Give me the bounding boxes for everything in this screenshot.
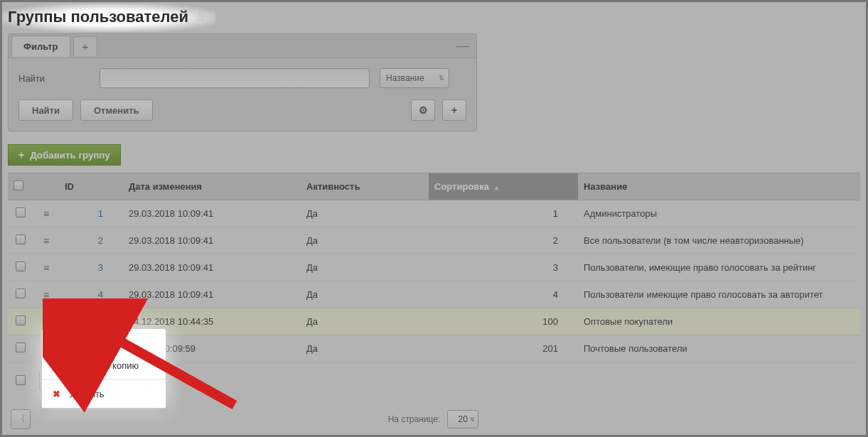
page-title: Группы пользователей (8, 8, 188, 26)
row-sort: 4 (429, 281, 578, 308)
row-id[interactable]: 6 (98, 316, 103, 327)
row-active: Да (301, 254, 429, 281)
row-menu-icon[interactable]: ≡ (43, 316, 49, 328)
row-name: Пользователи имеющие право голосовать за… (578, 281, 860, 308)
delete-icon: ✖ (50, 389, 62, 399)
row-checkbox[interactable] (16, 342, 26, 352)
table-row[interactable]: ≡429.03.2018 10:09:41Да4Пользователи име… (8, 281, 860, 308)
row-active: Да (301, 308, 429, 335)
filter-find-label: Найти (18, 73, 90, 84)
row-date: 29.03.2018 10:09:41 (123, 200, 301, 227)
filter-collapse-icon[interactable]: — (456, 38, 469, 53)
row-id[interactable]: 4 (98, 289, 103, 300)
row-menu-icon[interactable]: ≡ (43, 262, 49, 274)
filter-settings-button[interactable]: ⚙ (411, 99, 435, 121)
table-row[interactable]: ≡229.03.2018 10:09:41Да2Все пользователи… (8, 227, 860, 254)
sort-asc-icon: ▲ (493, 184, 500, 191)
select-all-checkbox[interactable] (14, 180, 23, 190)
favorite-star-icon[interactable]: ☆ (194, 9, 205, 25)
col-header-id[interactable]: ID (59, 173, 123, 200)
row-context-menu: ✎ Изменить ⧉ Добавить копию ✖ Удалить (41, 328, 166, 409)
row-sort: 3 (429, 254, 578, 281)
row-active: Да (301, 227, 429, 254)
ctx-delete-item[interactable]: ✖ Удалить (42, 383, 166, 405)
row-name: Администраторы (578, 200, 860, 227)
row-active: Да (301, 200, 429, 227)
plus-icon: + (18, 149, 24, 161)
row-menu-icon[interactable]: ≡ (43, 289, 49, 301)
row-name: Все пользователи (в том числе неавторизо… (578, 227, 860, 254)
ctx-delete-label: Удалить (69, 389, 105, 399)
row-sort: 1 (429, 200, 578, 227)
filter-panel: Фильтр + — Найти Название Найти Отменить… (8, 33, 477, 131)
row-sort: 2 (429, 227, 578, 254)
select-all-footer-checkbox[interactable] (16, 375, 26, 385)
filter-add-tab-button[interactable]: + (73, 36, 98, 56)
gear-icon: ⚙ (419, 104, 428, 116)
row-active: Да (301, 335, 429, 362)
row-menu-icon[interactable]: ≡ (43, 235, 49, 247)
pager-prev-button[interactable]: 〈 (11, 409, 31, 429)
row-checkbox[interactable] (16, 261, 26, 271)
row-date: 29.03.2018 10:09:41 (123, 227, 301, 254)
row-checkbox[interactable] (16, 288, 26, 298)
filter-submit-button[interactable]: Найти (18, 99, 73, 121)
ctx-edit-label: Изменить (69, 338, 111, 348)
row-sort: 201 (429, 335, 578, 362)
edit-icon: ✎ (50, 338, 62, 348)
row-sort: 100 (429, 308, 578, 335)
col-header-sort[interactable]: Сортировка▲ (429, 173, 578, 200)
row-id[interactable]: 3 (98, 262, 103, 273)
table-row[interactable]: ≡129.03.2018 10:09:41Да1Администраторы (8, 200, 860, 227)
row-id[interactable]: 2 (98, 235, 103, 246)
filter-search-input[interactable] (100, 68, 370, 88)
table-row[interactable]: ≡329.03.2018 10:09:41Да3Пользователи, им… (8, 254, 860, 281)
row-checkbox[interactable] (16, 315, 26, 325)
row-name: Пользователи, имеющие право голосовать з… (578, 254, 860, 281)
copy-icon: ⧉ (50, 360, 62, 371)
row-active: Да (301, 281, 429, 308)
col-header-name[interactable]: Название (578, 173, 860, 200)
col-header-date[interactable]: Дата изменения (123, 173, 301, 200)
row-name: Оптовые покупатели (578, 308, 860, 335)
row-name: Почтовые пользователи (578, 335, 860, 362)
add-group-button[interactable]: +Добавить группу (8, 144, 121, 166)
filter-tab[interactable]: Фильтр (11, 36, 70, 57)
row-checkbox[interactable] (16, 207, 26, 217)
row-date: 29.03.2018 10:09:41 (123, 281, 301, 308)
per-page-select[interactable]: 20 (447, 410, 478, 428)
row-date: 29.03.2018 10:09:41 (123, 254, 301, 281)
row-checkbox[interactable] (16, 234, 26, 244)
ctx-copy-label: Добавить копию (69, 360, 139, 371)
chevron-left-icon: 〈 (16, 413, 26, 426)
ctx-copy-item[interactable]: ⧉ Добавить копию (42, 354, 166, 377)
row-id[interactable]: 1 (98, 208, 103, 219)
col-header-active[interactable]: Активность (301, 173, 429, 200)
per-page-label: На странице: (388, 414, 441, 424)
ctx-edit-item[interactable]: ✎ Изменить (42, 332, 166, 354)
row-menu-icon[interactable]: ≡ (43, 208, 49, 220)
filter-cancel-button[interactable]: Отменить (80, 99, 153, 121)
plus-icon: + (451, 104, 457, 116)
filter-field-select[interactable]: Название (380, 68, 449, 88)
filter-add-button[interactable]: + (442, 99, 466, 121)
